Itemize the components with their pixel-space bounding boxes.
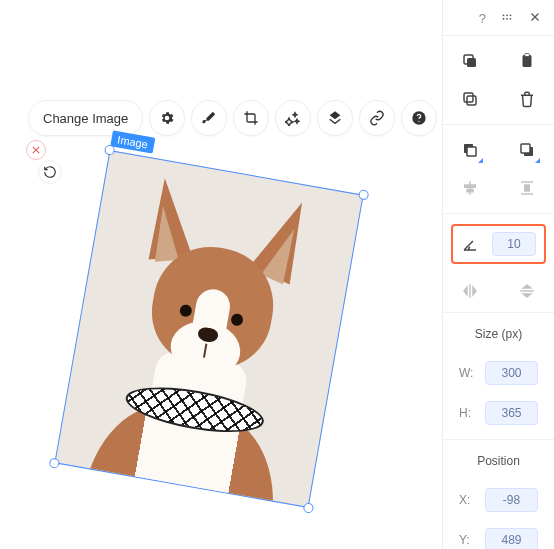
width-label: W: <box>459 366 479 380</box>
rotation-group: 10 <box>443 213 554 312</box>
help-button[interactable] <box>401 100 437 136</box>
size-title: Size (px) <box>459 327 538 341</box>
paste-button[interactable] <box>516 50 538 72</box>
layers-diamond-icon <box>327 110 343 126</box>
position-title: Position <box>459 454 538 468</box>
clipboard-group <box>443 35 554 124</box>
link-button[interactable] <box>359 100 395 136</box>
flip-vertical-button[interactable] <box>516 280 538 302</box>
indicator-icon <box>478 158 483 163</box>
position-group: Position X: -98 Y: 489 <box>443 439 554 549</box>
crop-icon <box>243 110 259 126</box>
svg-rect-15 <box>467 147 476 156</box>
svg-rect-11 <box>525 54 530 57</box>
svg-point-5 <box>503 18 505 20</box>
send-backward-icon <box>518 141 536 159</box>
duplicate-icon <box>461 90 479 108</box>
svg-rect-12 <box>467 96 476 105</box>
close-icon <box>528 10 542 24</box>
svg-rect-19 <box>467 190 473 192</box>
svg-rect-18 <box>465 185 476 187</box>
change-image-button[interactable]: Change Image <box>28 100 143 136</box>
send-backward-button[interactable] <box>516 139 538 161</box>
size-group: Size (px) W: 300 H: 365 <box>443 312 554 439</box>
flip-horizontal-button[interactable] <box>459 280 481 302</box>
bring-forward-icon <box>461 141 479 159</box>
y-input[interactable]: 489 <box>485 528 538 549</box>
inspector-panel: ? <box>442 0 554 549</box>
svg-point-4 <box>510 14 512 16</box>
selected-image-box[interactable]: Image <box>54 150 363 508</box>
width-input[interactable]: 300 <box>485 361 538 385</box>
magic-button[interactable] <box>275 100 311 136</box>
magic-wand-icon <box>285 110 301 126</box>
animate-button[interactable] <box>317 100 353 136</box>
remove-element-button[interactable] <box>26 140 46 160</box>
copy-button[interactable] <box>459 50 481 72</box>
panel-titlebar: ? <box>443 10 554 35</box>
rotation-control[interactable]: 10 <box>451 224 546 264</box>
bring-forward-button[interactable] <box>459 139 481 161</box>
rotation-input[interactable]: 10 <box>492 232 536 256</box>
close-icon <box>32 146 40 154</box>
resize-handle-bl[interactable] <box>49 457 61 469</box>
svg-point-3 <box>506 14 508 16</box>
height-input[interactable]: 365 <box>485 401 538 425</box>
context-toolbar: Change Image <box>28 100 437 136</box>
indicator-icon <box>535 158 540 163</box>
delete-button[interactable] <box>516 88 538 110</box>
svg-rect-17 <box>521 144 530 153</box>
duplicate-button[interactable] <box>459 88 481 110</box>
resize-handle-tr[interactable] <box>358 189 370 201</box>
svg-rect-8 <box>467 58 476 67</box>
svg-rect-13 <box>464 93 473 102</box>
change-image-label: Change Image <box>43 111 128 126</box>
panel-help-button[interactable]: ? <box>479 11 486 26</box>
paste-icon <box>518 52 536 70</box>
distribute-button[interactable] <box>516 177 538 199</box>
angle-icon <box>461 235 479 253</box>
crop-button[interactable] <box>233 100 269 136</box>
trash-icon <box>518 90 536 108</box>
copy-icon <box>461 52 479 70</box>
brush-button[interactable] <box>191 100 227 136</box>
editor-canvas[interactable]: Change Image Image <box>0 0 442 549</box>
resize-handle-br[interactable] <box>303 502 315 514</box>
drag-handle-icon[interactable] <box>500 10 514 27</box>
x-label: X: <box>459 493 479 507</box>
align-center-h-button[interactable] <box>459 177 481 199</box>
svg-point-6 <box>506 18 508 20</box>
panel-close-button[interactable] <box>528 10 542 27</box>
flip-vertical-icon <box>518 282 536 300</box>
image-frame[interactable] <box>54 150 363 508</box>
svg-point-7 <box>510 18 512 20</box>
y-label: Y: <box>459 533 479 547</box>
svg-point-2 <box>503 14 505 16</box>
flip-horizontal-icon <box>461 282 479 300</box>
dog-illustration <box>83 182 330 502</box>
arrange-group <box>443 124 554 213</box>
link-icon <box>369 110 385 126</box>
help-circle-icon <box>411 110 427 126</box>
selection-wrapper: Image <box>30 160 350 530</box>
svg-rect-20 <box>525 185 530 191</box>
settings-button[interactable] <box>149 100 185 136</box>
brush-icon <box>201 110 217 126</box>
x-input[interactable]: -98 <box>485 488 538 512</box>
svg-point-1 <box>419 121 420 122</box>
distribute-icon <box>518 179 536 197</box>
align-horizontal-center-icon <box>461 179 479 197</box>
gear-icon <box>159 110 175 126</box>
height-label: H: <box>459 406 479 420</box>
